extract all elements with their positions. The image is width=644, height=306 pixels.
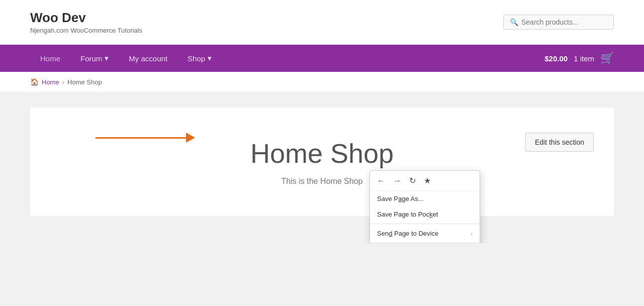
cm-save-to-pocket[interactable]: Save Page to Pocket <box>370 207 480 222</box>
site-header: Woo Dev Njengah.com WooCommerce Tutorial… <box>0 0 644 45</box>
nav-right: $20.00 1 item 🛒 <box>544 52 614 65</box>
search-input[interactable] <box>521 18 607 26</box>
nav-left: Home Forum ▾ My account Shop ▾ <box>30 45 222 72</box>
site-subtitle: Njengah.com WooCommerce Tutorials <box>30 27 142 34</box>
cm-divider-2 <box>370 243 480 243</box>
breadcrumb: 🏠 Home › Home Shop <box>0 72 644 92</box>
cm-bookmark-button[interactable]: ★ <box>422 175 433 186</box>
arrow-line <box>96 137 186 139</box>
arrow-head <box>186 133 195 143</box>
breadcrumb-current: Home Shop <box>67 78 102 86</box>
main-content: Edit this section Home Shop This is the … <box>0 92 644 243</box>
cm-forward-button[interactable]: → <box>391 175 403 186</box>
site-nav: Home Forum ▾ My account Shop ▾ $20.00 1 … <box>0 45 644 72</box>
chevron-down-icon: ▾ <box>105 54 109 63</box>
context-menu-navbar: ← → ↻ ★ <box>370 171 480 191</box>
cm-reload-button[interactable]: ↻ <box>407 175 418 186</box>
chevron-down-icon-shop: ▾ <box>208 54 212 63</box>
cart-items-count: 1 item <box>574 54 594 63</box>
cm-back-button[interactable]: ← <box>375 175 387 186</box>
site-branding: Woo Dev Njengah.com WooCommerce Tutorial… <box>30 10 142 34</box>
cm-sub-arrow: › <box>471 231 473 237</box>
nav-item-forum[interactable]: Forum ▾ <box>70 45 119 72</box>
cm-send-page-to-device[interactable]: Send Page to Device › <box>370 226 480 241</box>
home-icon: 🏠 <box>30 78 39 86</box>
search-icon: 🔍 <box>510 18 518 26</box>
arrow-container <box>96 133 195 143</box>
content-box: Edit this section Home Shop This is the … <box>30 108 614 216</box>
breadcrumb-separator: › <box>62 78 64 86</box>
cart-amount: $20.00 <box>544 54 568 63</box>
nav-item-myaccount[interactable]: My account <box>119 45 177 72</box>
cart-icon[interactable]: 🛒 <box>600 52 614 65</box>
cm-divider-1 <box>370 224 480 224</box>
page-subtitle: This is the Home Shop <box>50 177 594 186</box>
nav-item-home[interactable]: Home <box>30 45 70 72</box>
site-title: Woo Dev <box>30 10 142 26</box>
search-box[interactable]: 🔍 <box>503 15 614 30</box>
cm-save-page-as[interactable]: Save Page As... <box>370 191 480 207</box>
context-menu: ← → ↻ ★ Save Page As... Save Page to Poc… <box>370 170 480 243</box>
edit-section-button[interactable]: Edit this section <box>525 133 594 152</box>
nav-item-shop[interactable]: Shop ▾ <box>177 45 222 72</box>
breadcrumb-home-link[interactable]: Home <box>42 78 59 86</box>
